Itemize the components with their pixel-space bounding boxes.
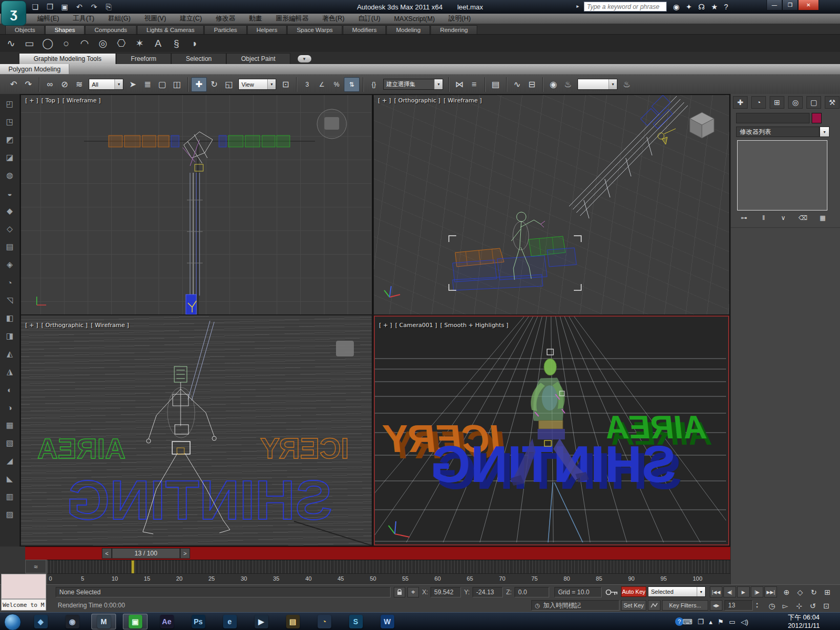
ngon-tool-icon[interactable]: ⎔ [114, 37, 128, 50]
donut-tool-icon[interactable]: ◎ [96, 37, 110, 50]
timeline-ruler[interactable]: 0510152025303540455055606570758085909510… [47, 573, 730, 584]
motion-tab-icon[interactable]: ◎ [788, 96, 803, 109]
spinner-snap-icon[interactable]: ⇅ [344, 77, 360, 92]
modify-tab-icon[interactable]: ◔ [751, 96, 766, 109]
viewport-view-menu[interactable]: [ Orthographic ] [394, 97, 440, 104]
zoom-extents-icon[interactable]: ◇ [794, 586, 806, 597]
auto-key-button[interactable]: Auto Key [621, 586, 646, 597]
show-hidden-icon[interactable]: ▴ [709, 618, 712, 626]
left-toolbar-icon[interactable]: ◳ [4, 116, 16, 128]
star-tool-icon[interactable]: ✶ [133, 37, 146, 50]
menu-item[interactable]: 動畫 [242, 14, 269, 23]
maximize-viewport-icon[interactable]: ⊞ [821, 586, 834, 597]
maximize-2-icon[interactable]: ⊡ [820, 600, 833, 611]
search-input[interactable] [584, 2, 667, 12]
undo-icon[interactable]: ↶ [6, 78, 21, 91]
maxscript-listener-pink[interactable] [1, 574, 46, 599]
left-toolbar-icon[interactable]: ▦ [4, 419, 16, 431]
left-toolbar-icon[interactable]: ▨ [4, 509, 16, 520]
layer-manager-icon[interactable]: ▤ [488, 78, 503, 91]
key-mode-icon[interactable] [648, 600, 660, 611]
left-toolbar-icon[interactable]: ◨ [4, 330, 16, 342]
modifier-stack-list[interactable] [737, 140, 827, 211]
open-file-icon[interactable]: ❒ [44, 1, 56, 13]
ribbon-tab[interactable]: Rendering [430, 25, 477, 34]
menu-item[interactable]: 著色(R) [316, 14, 351, 23]
volume-icon[interactable]: ◁) [741, 618, 748, 626]
helix-tool-icon[interactable]: § [170, 37, 183, 50]
menu-item[interactable]: 修改器 [209, 14, 243, 23]
left-toolbar-icon[interactable]: ◍ [4, 170, 16, 181]
ribbon-tab[interactable]: Lights & Cameras [137, 25, 204, 34]
graphite-tab[interactable]: Object Paint [226, 53, 290, 64]
orbit-icon[interactable]: ↻ [807, 586, 820, 597]
unlink-icon[interactable]: ⊘ [57, 78, 72, 91]
left-toolbar-icon[interactable]: ◪ [4, 152, 16, 163]
left-toolbar-icon[interactable]: ◹ [4, 295, 16, 306]
ribbon-tab[interactable]: Objects [5, 25, 45, 34]
z-coordinate-field[interactable]: 0.0 [514, 587, 549, 597]
redo-icon[interactable]: ↷ [21, 78, 36, 91]
set-key-button[interactable]: Set Key [621, 600, 646, 611]
select-by-name-icon[interactable]: ≣ [140, 78, 155, 91]
left-toolbar-icon[interactable]: ◩ [4, 134, 16, 145]
egg-tool-icon[interactable]: ◗ [188, 37, 202, 50]
select-and-scale-icon[interactable]: ◱ [222, 78, 236, 91]
display-tab-icon[interactable]: ▢ [806, 96, 821, 109]
ellipse-tool-icon[interactable]: ○ [59, 37, 73, 50]
left-toolbar-icon[interactable]: ▧ [4, 437, 16, 449]
menu-item[interactable]: 群組(G) [101, 14, 138, 23]
explorer-icon[interactable]: ▤ [280, 614, 305, 629]
app-icon-1[interactable]: ◆ [28, 614, 53, 629]
chrome-icon[interactable]: ◔ [312, 614, 337, 629]
mirror-icon[interactable]: ⋈ [452, 78, 467, 91]
help-icon[interactable]: ? [724, 3, 728, 11]
play-button[interactable]: ▶ [737, 586, 750, 597]
menu-item[interactable]: MAXScript(M) [387, 15, 442, 23]
next-frame-arrow[interactable]: > [180, 548, 190, 559]
left-toolbar-icon[interactable]: ◒ [4, 187, 16, 199]
close-button[interactable]: ✕ [798, 0, 819, 10]
viewport-view-menu[interactable]: [ Camera001 ] [395, 322, 437, 329]
after-effects-icon[interactable]: Ae [154, 614, 179, 629]
search-binoculars-icon[interactable]: ◉ [673, 3, 679, 11]
utilities-tab-icon[interactable]: ⚒ [825, 96, 839, 109]
left-toolbar-icon[interactable]: ◐ [4, 384, 16, 395]
viewport-orthographic-upper[interactable]: [ + ] [ Orthographic ] [ Wireframe ] [374, 95, 729, 314]
action-center-flag-icon[interactable]: ⚑ [718, 618, 724, 626]
viewport-menu-plus[interactable]: [ + ] [25, 322, 38, 329]
ime-keyboard-icon[interactable]: ⌨ [682, 618, 692, 626]
go-end-button[interactable]: ▶▶| [764, 586, 777, 597]
pin-stack-icon[interactable]: ⊶ [737, 213, 751, 223]
angle-snap-icon[interactable]: ∠ [314, 78, 329, 91]
favorites-star-icon[interactable]: ★ [711, 3, 718, 11]
left-toolbar-icon[interactable]: ◭ [4, 348, 16, 360]
viewport-shading-menu[interactable]: [ Wireframe ] [91, 322, 129, 329]
project-folder-icon[interactable]: ⎘ [103, 1, 114, 13]
edit-named-selections-icon[interactable]: {} [366, 78, 381, 91]
select-and-rotate-icon[interactable]: ↻ [207, 78, 222, 91]
ribbon-tab[interactable]: Particles [204, 25, 246, 34]
left-toolbar-icon[interactable]: ◆ [4, 205, 16, 217]
graphite-tab[interactable]: Selection [171, 53, 226, 64]
material-editor-icon[interactable]: ◉ [546, 78, 561, 91]
selection-region-icon[interactable]: ▢ [155, 78, 170, 91]
orbit-camera-icon[interactable]: ↺ [806, 600, 819, 611]
left-toolbar-icon[interactable]: ▤ [4, 241, 16, 253]
prev-frame-button[interactable]: ◀| [723, 586, 736, 597]
application-menu-button[interactable]: ʒ [1, 1, 26, 26]
left-toolbar-icon[interactable]: ◰ [4, 98, 16, 110]
select-link-icon[interactable]: ∞ [43, 78, 57, 91]
y-coordinate-field[interactable]: -24.13 [472, 587, 503, 597]
render-setup-icon[interactable]: ♨ [561, 78, 575, 91]
use-pivot-center-icon[interactable]: ⊡ [278, 78, 293, 91]
ribbon-tab[interactable]: Shapes [45, 25, 85, 34]
absolute-mode-icon[interactable]: ⌖ [407, 587, 419, 597]
start-button[interactable] [4, 614, 21, 630]
taskbar-clock[interactable]: 下午 06:04 2012/11/11 [771, 613, 837, 630]
infocenter-arrow-icon[interactable]: ▸ [576, 3, 579, 9]
left-toolbar-icon[interactable]: ▥ [4, 491, 16, 502]
3dsmax-app-icon[interactable]: M [91, 614, 116, 629]
show-end-result-icon[interactable]: ‖ [757, 213, 771, 223]
mini-curve-editor-button[interactable]: ≈ [25, 560, 46, 573]
